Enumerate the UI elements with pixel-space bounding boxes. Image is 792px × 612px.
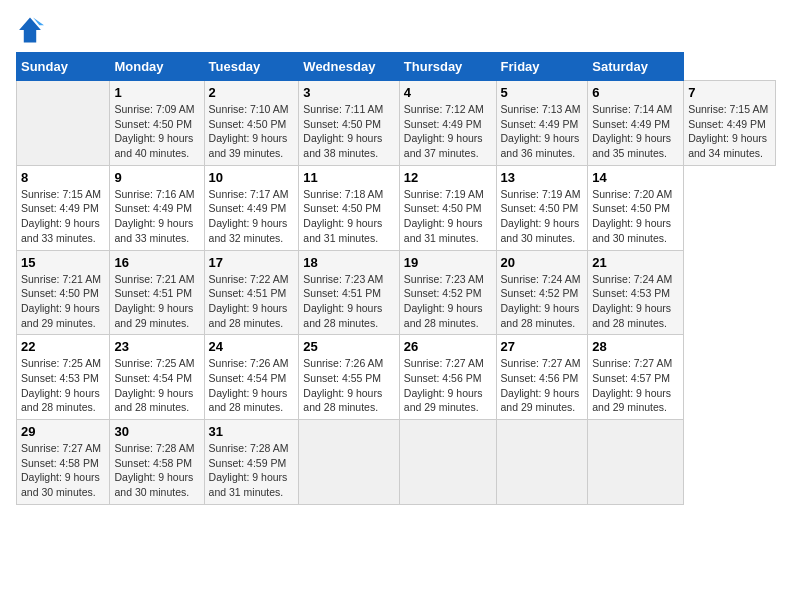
day-detail: Sunrise: 7:23 AMSunset: 4:51 PMDaylight:…: [303, 272, 394, 331]
calendar-cell: 20Sunrise: 7:24 AMSunset: 4:52 PMDayligh…: [496, 250, 588, 335]
day-number: 12: [404, 170, 492, 185]
calendar-cell: 21Sunrise: 7:24 AMSunset: 4:53 PMDayligh…: [588, 250, 684, 335]
day-detail: Sunrise: 7:14 AMSunset: 4:49 PMDaylight:…: [592, 102, 679, 161]
day-detail: Sunrise: 7:18 AMSunset: 4:50 PMDaylight:…: [303, 187, 394, 246]
day-detail: Sunrise: 7:27 AMSunset: 4:56 PMDaylight:…: [404, 356, 492, 415]
calendar-cell: 11Sunrise: 7:18 AMSunset: 4:50 PMDayligh…: [299, 165, 399, 250]
day-number: 18: [303, 255, 394, 270]
logo: [16, 16, 48, 44]
day-number: 29: [21, 424, 105, 439]
day-detail: Sunrise: 7:22 AMSunset: 4:51 PMDaylight:…: [209, 272, 295, 331]
calendar-cell: 25Sunrise: 7:26 AMSunset: 4:55 PMDayligh…: [299, 335, 399, 420]
day-detail: Sunrise: 7:23 AMSunset: 4:52 PMDaylight:…: [404, 272, 492, 331]
calendar-cell: 23Sunrise: 7:25 AMSunset: 4:54 PMDayligh…: [110, 335, 204, 420]
day-number: 19: [404, 255, 492, 270]
day-detail: Sunrise: 7:24 AMSunset: 4:52 PMDaylight:…: [501, 272, 584, 331]
day-number: 20: [501, 255, 584, 270]
day-detail: Sunrise: 7:26 AMSunset: 4:54 PMDaylight:…: [209, 356, 295, 415]
day-detail: Sunrise: 7:20 AMSunset: 4:50 PMDaylight:…: [592, 187, 679, 246]
day-detail: Sunrise: 7:27 AMSunset: 4:58 PMDaylight:…: [21, 441, 105, 500]
day-detail: Sunrise: 7:21 AMSunset: 4:51 PMDaylight:…: [114, 272, 199, 331]
empty-cell: [399, 420, 496, 505]
day-number: 15: [21, 255, 105, 270]
day-number: 28: [592, 339, 679, 354]
day-detail: Sunrise: 7:12 AMSunset: 4:49 PMDaylight:…: [404, 102, 492, 161]
calendar-cell: 9Sunrise: 7:16 AMSunset: 4:49 PMDaylight…: [110, 165, 204, 250]
day-number: 8: [21, 170, 105, 185]
calendar-cell: 22Sunrise: 7:25 AMSunset: 4:53 PMDayligh…: [17, 335, 110, 420]
day-detail: Sunrise: 7:15 AMSunset: 4:49 PMDaylight:…: [688, 102, 771, 161]
day-detail: Sunrise: 7:25 AMSunset: 4:53 PMDaylight:…: [21, 356, 105, 415]
header-cell-sunday: Sunday: [17, 53, 110, 81]
logo-icon: [16, 16, 44, 44]
day-number: 13: [501, 170, 584, 185]
calendar-week-row: 22Sunrise: 7:25 AMSunset: 4:53 PMDayligh…: [17, 335, 776, 420]
header-cell-saturday: Saturday: [588, 53, 684, 81]
day-number: 5: [501, 85, 584, 100]
day-number: 27: [501, 339, 584, 354]
day-detail: Sunrise: 7:16 AMSunset: 4:49 PMDaylight:…: [114, 187, 199, 246]
day-number: 16: [114, 255, 199, 270]
day-number: 26: [404, 339, 492, 354]
calendar-cell: 12Sunrise: 7:19 AMSunset: 4:50 PMDayligh…: [399, 165, 496, 250]
day-number: 11: [303, 170, 394, 185]
empty-cell: [17, 81, 110, 166]
day-number: 6: [592, 85, 679, 100]
day-number: 3: [303, 85, 394, 100]
empty-cell: [496, 420, 588, 505]
day-number: 21: [592, 255, 679, 270]
calendar-week-row: 15Sunrise: 7:21 AMSunset: 4:50 PMDayligh…: [17, 250, 776, 335]
calendar-cell: 24Sunrise: 7:26 AMSunset: 4:54 PMDayligh…: [204, 335, 299, 420]
day-number: 23: [114, 339, 199, 354]
day-detail: Sunrise: 7:21 AMSunset: 4:50 PMDaylight:…: [21, 272, 105, 331]
day-number: 22: [21, 339, 105, 354]
calendar-cell: 26Sunrise: 7:27 AMSunset: 4:56 PMDayligh…: [399, 335, 496, 420]
page-header: [16, 16, 776, 44]
calendar-cell: 13Sunrise: 7:19 AMSunset: 4:50 PMDayligh…: [496, 165, 588, 250]
day-detail: Sunrise: 7:15 AMSunset: 4:49 PMDaylight:…: [21, 187, 105, 246]
calendar-table: SundayMondayTuesdayWednesdayThursdayFrid…: [16, 52, 776, 505]
day-number: 14: [592, 170, 679, 185]
day-detail: Sunrise: 7:13 AMSunset: 4:49 PMDaylight:…: [501, 102, 584, 161]
calendar-cell: 16Sunrise: 7:21 AMSunset: 4:51 PMDayligh…: [110, 250, 204, 335]
day-number: 25: [303, 339, 394, 354]
day-detail: Sunrise: 7:28 AMSunset: 4:59 PMDaylight:…: [209, 441, 295, 500]
empty-cell: [588, 420, 684, 505]
calendar-cell: 28Sunrise: 7:27 AMSunset: 4:57 PMDayligh…: [588, 335, 684, 420]
calendar-cell: 27Sunrise: 7:27 AMSunset: 4:56 PMDayligh…: [496, 335, 588, 420]
day-detail: Sunrise: 7:25 AMSunset: 4:54 PMDaylight:…: [114, 356, 199, 415]
calendar-cell: 15Sunrise: 7:21 AMSunset: 4:50 PMDayligh…: [17, 250, 110, 335]
calendar-cell: 3Sunrise: 7:11 AMSunset: 4:50 PMDaylight…: [299, 81, 399, 166]
day-detail: Sunrise: 7:24 AMSunset: 4:53 PMDaylight:…: [592, 272, 679, 331]
day-detail: Sunrise: 7:27 AMSunset: 4:57 PMDaylight:…: [592, 356, 679, 415]
calendar-cell: 17Sunrise: 7:22 AMSunset: 4:51 PMDayligh…: [204, 250, 299, 335]
day-detail: Sunrise: 7:10 AMSunset: 4:50 PMDaylight:…: [209, 102, 295, 161]
day-number: 7: [688, 85, 771, 100]
header-cell-friday: Friday: [496, 53, 588, 81]
header-cell-thursday: Thursday: [399, 53, 496, 81]
calendar-week-row: 29Sunrise: 7:27 AMSunset: 4:58 PMDayligh…: [17, 420, 776, 505]
day-detail: Sunrise: 7:19 AMSunset: 4:50 PMDaylight:…: [404, 187, 492, 246]
calendar-cell: 6Sunrise: 7:14 AMSunset: 4:49 PMDaylight…: [588, 81, 684, 166]
day-number: 31: [209, 424, 295, 439]
calendar-cell: 29Sunrise: 7:27 AMSunset: 4:58 PMDayligh…: [17, 420, 110, 505]
header-cell-tuesday: Tuesday: [204, 53, 299, 81]
day-number: 17: [209, 255, 295, 270]
header-cell-wednesday: Wednesday: [299, 53, 399, 81]
calendar-week-row: 1Sunrise: 7:09 AMSunset: 4:50 PMDaylight…: [17, 81, 776, 166]
header-cell-monday: Monday: [110, 53, 204, 81]
day-number: 2: [209, 85, 295, 100]
calendar-cell: 1Sunrise: 7:09 AMSunset: 4:50 PMDaylight…: [110, 81, 204, 166]
calendar-cell: 4Sunrise: 7:12 AMSunset: 4:49 PMDaylight…: [399, 81, 496, 166]
calendar-cell: 2Sunrise: 7:10 AMSunset: 4:50 PMDaylight…: [204, 81, 299, 166]
day-number: 24: [209, 339, 295, 354]
day-detail: Sunrise: 7:27 AMSunset: 4:56 PMDaylight:…: [501, 356, 584, 415]
day-detail: Sunrise: 7:28 AMSunset: 4:58 PMDaylight:…: [114, 441, 199, 500]
empty-cell: [299, 420, 399, 505]
day-detail: Sunrise: 7:11 AMSunset: 4:50 PMDaylight:…: [303, 102, 394, 161]
calendar-cell: 18Sunrise: 7:23 AMSunset: 4:51 PMDayligh…: [299, 250, 399, 335]
day-number: 4: [404, 85, 492, 100]
day-detail: Sunrise: 7:26 AMSunset: 4:55 PMDaylight:…: [303, 356, 394, 415]
calendar-cell: 10Sunrise: 7:17 AMSunset: 4:49 PMDayligh…: [204, 165, 299, 250]
calendar-week-row: 8Sunrise: 7:15 AMSunset: 4:49 PMDaylight…: [17, 165, 776, 250]
